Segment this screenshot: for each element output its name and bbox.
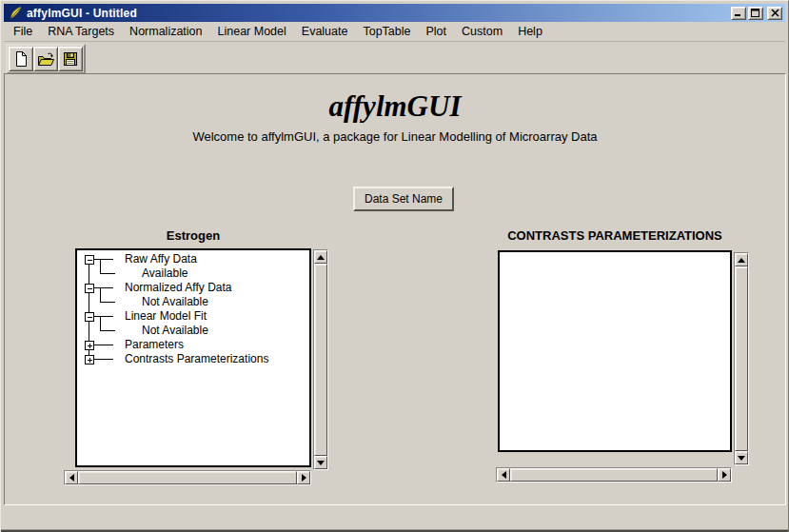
tree-node-label: Contrasts Parameterizations — [125, 352, 268, 365]
save-floppy-icon — [62, 50, 79, 68]
contrasts-listbox[interactable] — [498, 250, 732, 452]
tree-node-status: Available — [142, 266, 188, 280]
titlebar[interactable]: affylmGUI - Untitled — [4, 4, 785, 22]
menu-normalization[interactable]: Normalization — [122, 23, 209, 40]
close-button[interactable] — [767, 7, 782, 20]
scroll-up-button[interactable] — [735, 253, 748, 266]
status-tree: Raw Affy Data Available Normalized Affy … — [77, 250, 309, 465]
tree-node-label: Raw Affy Data — [125, 252, 197, 266]
tree-vertical-scrollbar[interactable] — [313, 249, 328, 470]
menu-plot[interactable]: Plot — [419, 23, 455, 40]
status-tree-canvas[interactable]: Raw Affy Data Available Normalized Affy … — [75, 248, 311, 467]
menu-help[interactable]: Help — [510, 23, 550, 40]
minimize-button[interactable] — [731, 7, 746, 20]
scrollbar-thumb[interactable] — [735, 266, 748, 451]
contrasts-panel-title: CONTRASTS PARAMETERIZATIONS — [498, 228, 732, 243]
main-area: affylmGUI Welcome to affylmGUI, a packag… — [4, 73, 786, 505]
scroll-down-button[interactable] — [735, 451, 748, 464]
scroll-left-button[interactable] — [497, 468, 510, 482]
tree-node-label: Linear Model Fit — [125, 309, 207, 323]
save-file-button[interactable] — [58, 47, 83, 71]
maximize-icon — [751, 9, 760, 17]
scrollbar-thumb[interactable] — [510, 468, 718, 482]
tree-horizontal-scrollbar[interactable] — [64, 470, 311, 485]
arrow-up-icon — [317, 255, 325, 260]
app-heading: affylmGUI — [5, 89, 785, 124]
minimize-icon — [734, 9, 743, 17]
app-window: affylmGUI - Untitled File RNA Ta — [0, 0, 789, 532]
menu-custom[interactable]: Custom — [454, 23, 510, 40]
menu-evaluate[interactable]: Evaluate — [294, 23, 356, 40]
scrollbar-thumb[interactable] — [314, 264, 327, 456]
menu-file[interactable]: File — [6, 23, 40, 40]
scroll-down-button[interactable] — [314, 456, 327, 469]
tree-panel-title: Estrogen — [75, 228, 311, 243]
maximize-button[interactable] — [748, 7, 763, 20]
menu-rna-targets[interactable]: RNA Targets — [40, 23, 122, 40]
menu-toptable[interactable]: TopTable — [355, 23, 418, 40]
scroll-right-button[interactable] — [718, 468, 731, 482]
arrow-up-icon — [738, 258, 745, 263]
arrow-left-icon — [502, 471, 506, 479]
tree-node-status: Not Available — [142, 295, 208, 308]
new-file-button[interactable] — [9, 47, 33, 71]
arrow-right-icon — [302, 474, 306, 482]
close-icon — [771, 9, 779, 17]
scroll-right-button[interactable] — [297, 471, 310, 484]
app-feather-icon — [8, 6, 23, 21]
arrow-left-icon — [69, 474, 74, 482]
toolbar — [4, 41, 785, 73]
tree-node-status: Not Available — [142, 324, 208, 337]
toolbar-frame — [6, 44, 86, 74]
contrasts-horizontal-scrollbar[interactable] — [496, 467, 732, 483]
scroll-left-button[interactable] — [65, 471, 78, 484]
contrasts-vertical-scrollbar[interactable] — [734, 252, 749, 465]
new-document-icon — [12, 50, 30, 68]
arrow-down-icon — [317, 461, 325, 465]
open-file-button[interactable] — [33, 47, 58, 71]
open-folder-icon — [36, 50, 55, 68]
menubar: File RNA Targets Normalization Linear Mo… — [4, 22, 785, 41]
arrow-down-icon — [738, 456, 745, 461]
scrollbar-thumb[interactable] — [78, 471, 297, 484]
scroll-up-button[interactable] — [314, 250, 327, 264]
arrow-right-icon — [722, 471, 727, 479]
window-title: affylmGUI - Untitled — [27, 7, 731, 20]
menu-linear-model[interactable]: Linear Model — [210, 23, 294, 40]
tree-node-label: Parameters — [125, 338, 184, 351]
tree-node-label: Normalized Affy Data — [125, 281, 232, 294]
dataset-name-button[interactable]: Data Set Name — [353, 187, 454, 211]
welcome-text: Welcome to affylmGUI, a package for Line… — [5, 129, 785, 144]
